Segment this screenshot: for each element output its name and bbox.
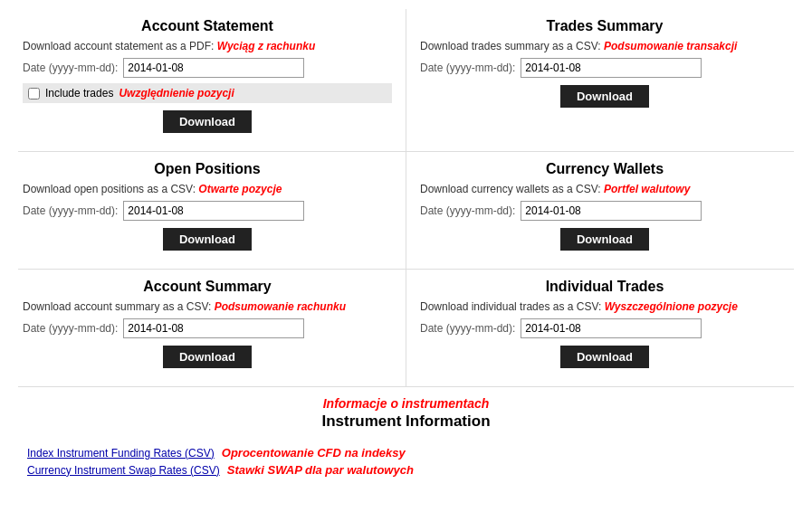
account-statement-date-row: Date (yyyy-mm-dd): (23, 58, 392, 78)
individual-trades-desc-polish: Wyszczególnione pozycje (605, 300, 738, 313)
currency-wallets-desc-en: Download currency wallets as a CSV: (420, 183, 601, 195)
individual-trades-date-input[interactable] (521, 318, 702, 338)
open-positions-date-row: Date (yyyy-mm-dd): (23, 201, 392, 221)
open-positions-title: Open Positions (23, 161, 392, 177)
instrument-link-row-1: Currency Instrument Swap Rates (CSV) Sta… (27, 463, 785, 477)
account-summary-section: Account Summary Download account summary… (18, 270, 406, 386)
currency-wallets-date-label: Date (yyyy-mm-dd): (420, 204, 515, 217)
instrument-section: Informacje o instrumentach Instrument In… (18, 387, 794, 442)
currency-wallets-section: Currency Wallets Download currency walle… (406, 152, 794, 269)
row-3: Account Summary Download account summary… (18, 270, 794, 386)
account-statement-download-button[interactable]: Download (163, 110, 252, 133)
individual-trades-desc: Download individual trades as a CSV: Wys… (420, 300, 789, 313)
open-positions-desc-polish: Otwarte pozycje (198, 183, 282, 195)
index-instrument-polish: Oprocentowanie CFD na indeksy (222, 446, 406, 460)
open-positions-date-label: Date (yyyy-mm-dd): (23, 204, 118, 217)
instrument-link-row-0: Index Instrument Funding Rates (CSV) Opr… (27, 446, 785, 460)
open-positions-section: Open Positions Download open positions a… (18, 152, 406, 269)
page-container: Account Statement Download account state… (0, 0, 812, 493)
open-positions-desc-en: Download open positions as a CSV: (23, 183, 196, 195)
individual-trades-date-label: Date (yyyy-mm-dd): (420, 322, 515, 335)
trades-summary-desc: Download trades summary as a CSV: Podsum… (420, 40, 789, 52)
account-statement-section: Account Statement Download account state… (18, 9, 406, 151)
account-summary-desc: Download account summary as a CSV: Podsu… (23, 300, 392, 313)
trades-summary-download-button[interactable]: Download (560, 85, 649, 108)
account-summary-date-input[interactable] (123, 318, 304, 338)
currency-instrument-link[interactable]: Currency Instrument Swap Rates (CSV) (27, 464, 220, 477)
trades-summary-date-label: Date (yyyy-mm-dd): (420, 62, 515, 74)
account-summary-download-button[interactable]: Download (163, 346, 252, 368)
account-summary-desc-polish: Podsumowanie rachunku (215, 300, 346, 313)
index-instrument-link[interactable]: Index Instrument Funding Rates (CSV) (27, 447, 215, 460)
currency-wallets-date-row: Date (yyyy-mm-dd): (420, 201, 789, 221)
account-statement-date-input[interactable] (123, 58, 304, 78)
include-trades-label: Include trades (45, 87, 113, 100)
account-statement-desc-en: Download account statement as a PDF: (23, 40, 214, 52)
account-statement-desc-polish: Wyciąg z rachunku (217, 40, 315, 52)
instrument-en-title: Instrument Information (18, 412, 794, 431)
trades-summary-desc-polish: Podsumowanie transakcji (604, 40, 737, 52)
currency-wallets-download-button[interactable]: Download (560, 228, 649, 251)
trades-summary-desc-en: Download trades summary as a CSV: (420, 40, 601, 52)
include-trades-polish: Uwzględnienie pozycji (119, 87, 234, 100)
account-summary-desc-en: Download account summary as a CSV: (23, 300, 211, 313)
individual-trades-download-button[interactable]: Download (560, 346, 649, 368)
individual-trades-title: Individual Trades (420, 279, 789, 295)
instrument-links: Index Instrument Funding Rates (CSV) Opr… (18, 442, 794, 484)
open-positions-download-button[interactable]: Download (163, 228, 252, 251)
account-summary-title: Account Summary (23, 279, 392, 295)
account-statement-desc: Download account statement as a PDF: Wyc… (23, 40, 392, 52)
account-summary-date-label: Date (yyyy-mm-dd): (23, 322, 118, 335)
trades-summary-title: Trades Summary (420, 18, 789, 34)
include-trades-row: Include trades Uwzględnienie pozycji (23, 83, 392, 103)
row-1: Account Statement Download account state… (18, 9, 794, 151)
include-trades-checkbox[interactable] (28, 88, 40, 100)
currency-wallets-date-input[interactable] (521, 201, 702, 221)
row-2: Open Positions Download open positions a… (18, 152, 794, 269)
individual-trades-date-row: Date (yyyy-mm-dd): (420, 318, 789, 338)
account-statement-title: Account Statement (23, 18, 392, 34)
individual-trades-section: Individual Trades Download individual tr… (406, 270, 794, 386)
currency-wallets-title: Currency Wallets (420, 161, 789, 177)
trades-summary-section: Trades Summary Download trades summary a… (406, 9, 794, 151)
open-positions-date-input[interactable] (123, 201, 304, 221)
trades-summary-date-input[interactable] (521, 58, 702, 78)
instrument-polish-title: Informacje o instrumentach (18, 396, 794, 411)
open-positions-desc: Download open positions as a CSV: Otwart… (23, 183, 392, 195)
trades-summary-date-row: Date (yyyy-mm-dd): (420, 58, 789, 78)
currency-wallets-desc-polish: Portfel walutowy (604, 183, 690, 195)
account-statement-date-label: Date (yyyy-mm-dd): (23, 62, 118, 74)
currency-instrument-polish: Stawki SWAP dla par walutowych (227, 463, 414, 477)
currency-wallets-desc: Download currency wallets as a CSV: Port… (420, 183, 789, 195)
account-summary-date-row: Date (yyyy-mm-dd): (23, 318, 392, 338)
individual-trades-desc-en: Download individual trades as a CSV: (420, 300, 601, 313)
